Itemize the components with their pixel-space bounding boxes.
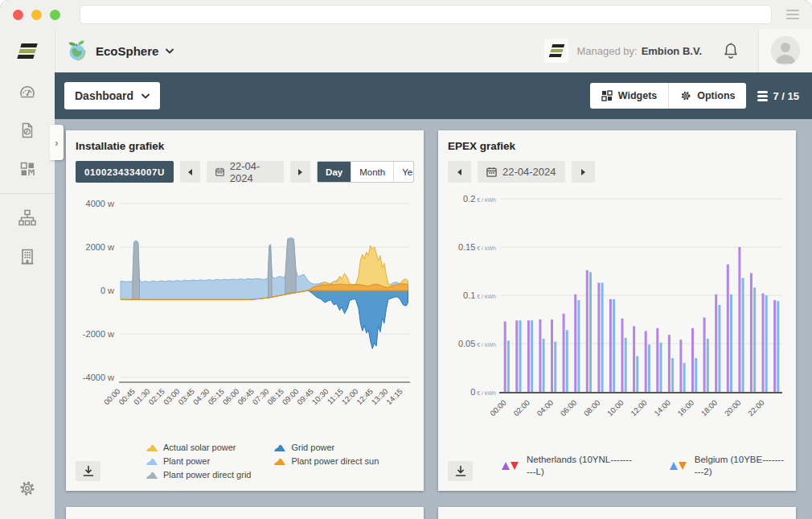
svg-text:0.1 € / kWh: 0.1 € / kWh (463, 290, 496, 300)
svg-text:10:30: 10:30 (310, 387, 330, 407)
up-down-triangles-icon (670, 462, 687, 470)
managed-by-label: Managed by: (576, 45, 637, 57)
sitemap-icon (17, 208, 38, 229)
svg-text:00:00: 00:00 (102, 387, 122, 407)
download-chart-button[interactable] (76, 461, 100, 481)
browser-chrome (0, 0, 812, 30)
ecosphere-logo-icon (66, 39, 88, 62)
device-id-badge[interactable]: 0100234334007U (76, 161, 174, 183)
layers-icon (757, 91, 768, 101)
sidebar-item-settings[interactable] (0, 469, 55, 508)
notifications-button[interactable] (723, 42, 739, 60)
legend-item[interactable]: Plant power direct sun (273, 455, 379, 468)
legend-item[interactable]: Plant power direct grid (146, 469, 251, 481)
range-option-year[interactable]: Year (393, 162, 414, 182)
widgets-grid-icon (18, 159, 37, 179)
range-toggle: DayMonthYear (317, 161, 414, 183)
dashboard-selector[interactable]: Dashboard (64, 82, 160, 109)
sidebar-expander[interactable]: › (50, 125, 64, 160)
chevron-down-icon (141, 93, 150, 99)
sidebar-divider (0, 193, 55, 194)
svg-text:00:45: 00:45 (117, 387, 137, 407)
options-button[interactable]: Options (668, 83, 746, 109)
epex-legend: Netherlands (10YNL----------L)Belgium (1… (448, 454, 786, 481)
svg-text:04:30: 04:30 (191, 387, 211, 407)
user-menu[interactable] (758, 29, 812, 72)
dashboard-selector-label: Dashboard (75, 89, 133, 102)
svg-text:12:00: 12:00 (629, 398, 649, 418)
options-button-label: Options (697, 90, 735, 101)
download-chart-button[interactable] (448, 461, 473, 481)
svg-text:4000 w: 4000 w (86, 199, 115, 208)
installatie-chart[interactable]: 4000 w2000 w0 w-2000 w-4000 w00:0000:450… (76, 187, 414, 422)
widget-counter: 7 / 15 (757, 90, 799, 102)
url-bar[interactable] (80, 5, 772, 24)
traffic-lights (13, 10, 60, 20)
sidebar-item-company[interactable] (0, 237, 55, 276)
next-date-button[interactable] (572, 161, 595, 183)
svg-text:00:00: 00:00 (488, 398, 508, 418)
navbar-button-group: Widgets Options (590, 83, 747, 109)
sidebar-item-dashboard[interactable] (0, 72, 55, 111)
browser-window: EcoSphere Managed by: Embion B.V. (0, 0, 812, 519)
svg-text:01:30: 01:30 (132, 387, 152, 407)
svg-text:03:00: 03:00 (162, 387, 182, 407)
embion-logo[interactable] (0, 29, 55, 72)
svg-text:20:00: 20:00 (723, 398, 743, 418)
legend-marker-icon (146, 471, 158, 480)
close-window-button[interactable] (13, 10, 23, 20)
svg-text:2000 w: 2000 w (86, 242, 115, 252)
dashboard-navbar: Dashboard Widgets (55, 72, 812, 119)
range-option-day[interactable]: Day (318, 162, 351, 182)
sidebar (0, 72, 55, 519)
org-selector[interactable]: EcoSphere (55, 29, 174, 72)
dashboard-content: › Installatie grafiek 0100234334007U 22-… (55, 119, 812, 519)
avatar (771, 36, 800, 65)
gear-icon (680, 90, 691, 101)
prev-date-button[interactable] (448, 161, 471, 183)
svg-text:-2000 w: -2000 w (83, 329, 114, 339)
date-picker-button[interactable]: 22-04-2024 (478, 161, 565, 183)
installatie-grafiek-card: Installatie grafiek 0100234334007U 22-04… (66, 130, 424, 491)
chevron-right-icon (581, 169, 585, 175)
app-header: EcoSphere Managed by: Embion B.V. (0, 29, 812, 72)
legend-marker-icon (146, 457, 158, 466)
epex-grafiek-card: EPEX grafiek 22-04-2024 0.2 € / kWh0.15 … (438, 130, 796, 491)
epex-chart[interactable]: 0.2 € / kWh0.15 € / kWh0.1 € / kWh0.05 €… (448, 187, 786, 422)
next-date-button[interactable] (290, 161, 310, 183)
date-value: 22-04-2024 (502, 166, 556, 178)
sidebar-item-reports[interactable] (0, 111, 55, 150)
prev-date-button[interactable] (180, 161, 200, 183)
legend-item[interactable]: Actual solar power (146, 442, 251, 454)
chevron-down-icon (166, 48, 174, 54)
card-title: EPEX grafiek (448, 140, 786, 152)
minimize-window-button[interactable] (31, 10, 42, 20)
chevron-right-icon (298, 169, 302, 175)
sidebar-item-widgets[interactable] (0, 150, 55, 188)
download-icon (454, 465, 467, 477)
sidebar-item-sites[interactable] (0, 199, 55, 237)
legend-item[interactable]: Grid power (273, 442, 379, 454)
managed-by-value: Embion B.V. (642, 45, 702, 57)
svg-text:06:00: 06:00 (559, 398, 579, 418)
legend-item[interactable]: Netherlands (10YNL----------L) (502, 454, 633, 478)
up-down-triangles-icon (502, 462, 519, 470)
chevron-left-icon (188, 169, 192, 175)
svg-text:0 € / kWh: 0 € / kWh (470, 387, 496, 397)
settings-gear-icon (18, 479, 37, 498)
range-option-month[interactable]: Month (351, 162, 393, 182)
legend-item[interactable]: Plant power (146, 455, 251, 468)
browser-menu-icon[interactable] (786, 10, 799, 19)
svg-text:12:45: 12:45 (355, 387, 375, 407)
legend-item[interactable]: Belgium (10YBE----------2) (670, 454, 786, 478)
svg-text:05:15: 05:15 (206, 387, 226, 407)
svg-text:03:45: 03:45 (176, 387, 196, 407)
zoom-window-button[interactable] (50, 10, 60, 20)
bell-icon (723, 42, 739, 60)
date-picker-button[interactable]: 22-04-2024 (207, 161, 284, 183)
svg-text:0.05 € / kWh: 0.05 € / kWh (458, 339, 496, 348)
embion-logo-icon (17, 43, 37, 59)
svg-text:13:30: 13:30 (370, 387, 390, 407)
widgets-button[interactable]: Widgets (590, 83, 669, 109)
calendar-icon (215, 167, 224, 177)
